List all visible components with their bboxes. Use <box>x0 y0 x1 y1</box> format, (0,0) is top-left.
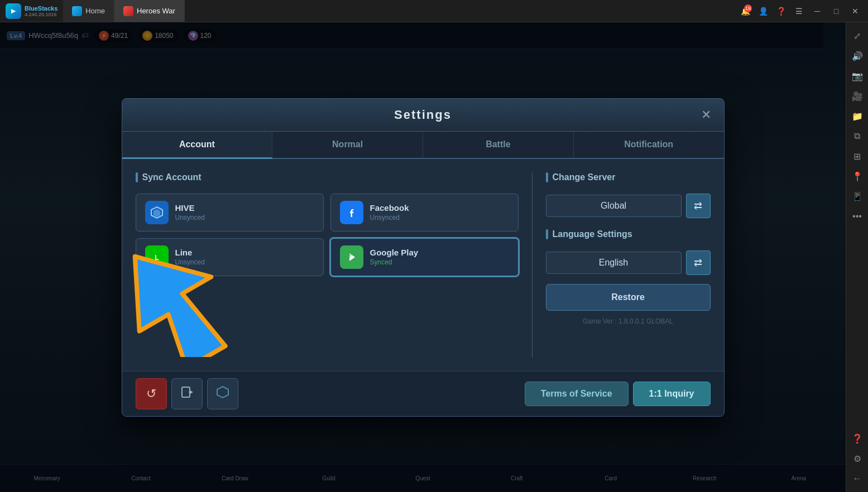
sync-line[interactable]: L Line Unsynced <box>136 238 324 276</box>
tab-normal[interactable]: Normal <box>272 132 423 158</box>
line-icon: L <box>145 245 169 269</box>
tab-notification[interactable]: Notification <box>574 132 724 158</box>
close-button[interactable]: ✕ <box>847 3 864 20</box>
sidebar-volume-btn[interactable]: 🔊 <box>848 47 866 65</box>
svg-text:L: L <box>155 254 159 262</box>
home-tab-icon <box>72 6 82 16</box>
modal-close-button[interactable]: ✕ <box>697 106 715 124</box>
sidebar-apps-btn[interactable]: ⊞ <box>848 147 866 165</box>
sidebar-screenshot-btn[interactable]: 📷 <box>848 67 866 85</box>
modal-title: Settings <box>394 108 452 122</box>
svg-marker-7 <box>217 387 228 398</box>
bluestacks-name: BlueStacks 4.240.20.1016 <box>25 5 57 17</box>
topbar-controls: 🔔 19 👤 ❓ ☰ ─ □ ✕ <box>737 3 868 20</box>
modal-footer: ↺ Terms of Service 1:1 In <box>122 371 724 416</box>
language-row: English ⇄ <box>546 250 711 275</box>
modal-overlay: Settings ✕ Account Normal Battle Notific… <box>0 22 846 492</box>
left-panel: Sync Account HIVE Unsynced <box>136 172 519 358</box>
game-tab-icon <box>123 6 133 16</box>
sidebar-folder-btn[interactable]: 📁 <box>848 107 866 125</box>
language-section-title: Language Settings <box>546 229 711 239</box>
bluestacks-icon: ▶ <box>6 3 21 19</box>
logout-button[interactable] <box>171 378 203 409</box>
reset-button[interactable]: ↺ <box>136 378 167 409</box>
facebook-icon <box>340 201 363 224</box>
home-tab-label: Home <box>85 7 105 15</box>
tab-game[interactable]: Heroes War <box>114 0 185 22</box>
hive-name: HIVE <box>175 203 205 213</box>
hive-status: Unsynced <box>175 214 205 221</box>
bluestacks-topbar: ▶ BlueStacks 4.240.20.1016 Home Heroes W… <box>0 0 868 22</box>
sync-facebook[interactable]: Facebook Unsynced <box>330 194 519 231</box>
tab-battle[interactable]: Battle <box>423 132 574 158</box>
sidebar-back-btn[interactable]: ← <box>848 470 866 488</box>
sync-googleplay[interactable]: Google Play Synced <box>330 238 519 276</box>
account-button[interactable]: 👤 <box>755 3 771 19</box>
sidebar-copy-btn[interactable]: ⧉ <box>848 127 866 145</box>
tab-home[interactable]: Home <box>63 0 114 22</box>
sync-section-title: Sync Account <box>136 172 519 182</box>
bluestacks-sidebar: ⤢ 🔊 📷 🎥 📁 ⧉ ⊞ 📍 📱 ••• ❓ ⚙ ← <box>846 22 868 492</box>
sync-hive[interactable]: HIVE Unsynced <box>136 194 324 231</box>
language-switch-button[interactable]: ⇄ <box>686 250 711 275</box>
sidebar-settings-btn[interactable]: ⚙ <box>848 450 866 467</box>
modal-body: Sync Account HIVE Unsynced <box>122 159 724 371</box>
svg-rect-6 <box>182 387 190 397</box>
line-name: Line <box>175 248 205 257</box>
menu-button[interactable]: ☰ <box>791 3 807 19</box>
tab-account[interactable]: Account <box>122 132 273 159</box>
modal-header: Settings ✕ <box>122 99 724 132</box>
googleplay-name: Google Play <box>370 248 419 257</box>
line-status: Unsynced <box>175 258 205 266</box>
sidebar-phone-btn[interactable]: 📱 <box>848 187 866 205</box>
maximize-button[interactable]: □ <box>828 3 845 20</box>
svg-marker-1 <box>154 209 160 217</box>
notif-badge: 19 <box>744 4 752 12</box>
settings-tabs: Account Normal Battle Notification <box>122 132 724 159</box>
bluestacks-logo: ▶ BlueStacks 4.240.20.1016 <box>0 3 63 19</box>
sidebar-help-btn[interactable]: ❓ <box>848 430 866 447</box>
minimize-button[interactable]: ─ <box>809 3 826 20</box>
logout-icon <box>180 385 194 402</box>
hive-small-icon <box>216 385 229 402</box>
server-switch-button[interactable]: ⇄ <box>686 194 711 218</box>
facebook-name: Facebook <box>370 203 409 213</box>
server-row: Global ⇄ <box>546 194 711 218</box>
server-display: Global <box>546 195 682 217</box>
inquiry-button[interactable]: 1:1 Inquiry <box>633 382 711 406</box>
server-section-title: Change Server <box>546 172 711 182</box>
hive-icon <box>145 201 169 224</box>
browser-tabs: Home Heroes War <box>63 0 185 22</box>
game-version: Game Ver : 1.8.0.0.1 GLOBAL <box>546 317 711 325</box>
help-button[interactable]: ❓ <box>773 3 789 19</box>
reset-icon: ↺ <box>146 387 156 401</box>
language-display: English <box>546 252 682 274</box>
sidebar-location-btn[interactable]: 📍 <box>848 167 866 185</box>
hive-small-button[interactable] <box>207 378 238 409</box>
sync-accounts-grid: HIVE Unsynced Facebook <box>136 194 519 276</box>
sidebar-expand-btn[interactable]: ⤢ <box>848 27 866 45</box>
notifications-button[interactable]: 🔔 19 <box>737 3 753 19</box>
googleplay-icon <box>340 245 363 269</box>
sidebar-more-btn[interactable]: ••• <box>848 208 866 225</box>
terms-of-service-button[interactable]: Terms of Service <box>525 382 629 406</box>
sidebar-video-btn[interactable]: 🎥 <box>848 87 866 105</box>
restore-button[interactable]: Restore <box>546 284 711 311</box>
settings-modal: Settings ✕ Account Normal Battle Notific… <box>122 98 725 417</box>
googleplay-status: Synced <box>370 258 419 266</box>
facebook-status: Unsynced <box>370 214 409 221</box>
game-tab-label: Heroes War <box>137 7 175 15</box>
right-panel: Change Server Global ⇄ Language Settings… <box>532 172 711 358</box>
